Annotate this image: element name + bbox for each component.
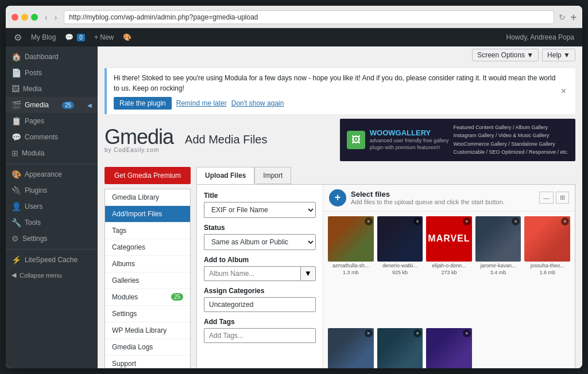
nav-item-settings[interactable]: Settings bbox=[105, 306, 190, 322]
file-remove-1[interactable]: × bbox=[413, 217, 421, 225]
forward-btn[interactable]: › bbox=[52, 11, 60, 23]
sidebar-label-modula: Modula bbox=[22, 149, 44, 157]
album-name-input[interactable] bbox=[204, 266, 300, 281]
file-item-7[interactable]: × ussama-azam... 4.4 mb bbox=[426, 328, 472, 368]
reload-btn[interactable]: ↻ bbox=[559, 13, 566, 22]
file-item-4[interactable]: × jossuha-theo... 1.6 mb bbox=[524, 216, 570, 325]
sidebar-item-dashboard[interactable]: 🏠 Dashboard bbox=[6, 49, 98, 65]
categories-input[interactable] bbox=[204, 297, 316, 312]
sidebar-collapse-menu[interactable]: ◀ Collapse menu bbox=[6, 268, 98, 282]
sidebar-label-posts: Posts bbox=[25, 69, 42, 77]
help-btn[interactable]: Help ▼ bbox=[542, 49, 575, 61]
form-group-categories: Assign Categories bbox=[204, 287, 316, 312]
file-item-6[interactable]: × judeus-samso... 3.2 mb bbox=[377, 328, 423, 368]
tags-input[interactable] bbox=[204, 328, 316, 343]
premium-btn[interactable]: Get Gmedia Premium bbox=[105, 167, 191, 184]
gmedia-logo-sub: by CodEasily.com bbox=[105, 147, 173, 153]
sidebar-label-pages: Pages bbox=[25, 117, 44, 125]
remind-later-btn[interactable]: Remind me later bbox=[176, 99, 227, 107]
file-info-0: azmathulla-sh... 1.3 mb bbox=[328, 263, 374, 276]
title-select[interactable]: EXIF or File Name bbox=[204, 202, 316, 218]
nav-item-tags[interactable]: Tags bbox=[105, 223, 190, 239]
notice-close-btn[interactable]: × bbox=[559, 86, 568, 96]
sidebar-label-users: Users bbox=[25, 202, 42, 211]
sidebar-label-settings: Settings bbox=[22, 235, 47, 243]
pages-icon: 📋 bbox=[11, 116, 21, 126]
back-btn[interactable]: ‹ bbox=[42, 11, 50, 23]
sidebar-item-appearance[interactable]: 🎨 Appearance bbox=[6, 166, 98, 182]
file-item-1[interactable]: × denerio-watki... 925 kb bbox=[377, 216, 423, 325]
new-content-item[interactable]: + New bbox=[90, 28, 118, 46]
sidebar-item-tools[interactable]: 🔧 Tools bbox=[6, 215, 98, 231]
file-remove-4[interactable]: × bbox=[561, 217, 569, 225]
album-dropdown-btn[interactable]: ▼ bbox=[300, 266, 316, 281]
woowgallery-banner[interactable]: 🖼 WOOWGALLERY advanced user friendly fre… bbox=[340, 119, 575, 161]
file-size-4: 1.6 mb bbox=[524, 270, 570, 276]
rate-plugin-btn[interactable]: Rate the plugin bbox=[114, 97, 172, 110]
sidebar-item-modula[interactable]: ⊞ Modula bbox=[6, 145, 98, 161]
sidebar-item-settings[interactable]: ⚙ Settings bbox=[6, 231, 98, 247]
file-item-3[interactable]: × jaromir-kavan... 3.4 mb bbox=[475, 216, 521, 325]
file-name-0: azmathulla-sh... bbox=[328, 263, 374, 270]
dont-show-btn[interactable]: Don't show again bbox=[231, 99, 284, 107]
nav-item-categories[interactable]: Categories bbox=[105, 239, 190, 256]
tab-import[interactable]: Import bbox=[254, 167, 291, 184]
sidebar-item-pages[interactable]: 📋 Pages bbox=[6, 113, 98, 129]
woowgallery-icon: 🖼 bbox=[347, 131, 365, 149]
file-item-2[interactable]: MARVEL × elijah-o-donn... 273 kb bbox=[426, 216, 472, 325]
file-item-0[interactable]: × azmathulla-sh... 1.3 mb bbox=[328, 216, 374, 325]
file-remove-0[interactable]: × bbox=[365, 217, 373, 225]
nav-item-galleries[interactable]: Galleries bbox=[105, 272, 190, 289]
file-item-5[interactable]: × judeus-samso... 3.2 mb bbox=[328, 328, 374, 368]
tab-upload-files[interactable]: Upload Files bbox=[196, 167, 254, 184]
file-remove-2[interactable]: × bbox=[463, 217, 471, 225]
content-area: Gmedia by CodEasily.com Add Media Files … bbox=[98, 119, 582, 368]
file-remove-5[interactable]: × bbox=[365, 329, 373, 337]
comments-item[interactable]: 💬 0 bbox=[60, 28, 90, 46]
sidebar: 🏠 Dashboard 📄 Posts 🖼 Media 🎬 Gmedia bbox=[6, 46, 98, 368]
status-select[interactable]: Same as Album or Public bbox=[204, 234, 316, 250]
file-size-3: 3.4 mb bbox=[475, 270, 521, 276]
admin-bar-right: Howdy, Andreea Popa bbox=[501, 33, 579, 41]
gallery-icon: 🖼 bbox=[351, 135, 361, 145]
sidebar-label-gmedia: Gmedia bbox=[25, 101, 49, 109]
file-info-3: jaromir-kavan... 3.4 mb bbox=[475, 263, 521, 276]
sidebar-item-comments[interactable]: 💬 Comments bbox=[6, 129, 98, 145]
nav-item-gmedia-library[interactable]: Gmedia Library bbox=[105, 189, 190, 206]
file-remove-3[interactable]: × bbox=[512, 217, 520, 225]
sidebar-item-media[interactable]: 🖼 Media bbox=[6, 81, 98, 97]
screen-options-btn[interactable]: Screen Options ▼ bbox=[472, 49, 539, 61]
nav-item-albums[interactable]: Albums bbox=[105, 256, 190, 272]
media-icon: 🖼 bbox=[11, 84, 20, 94]
customize-item[interactable]: 🎨 bbox=[118, 28, 136, 46]
nav-item-wp-media[interactable]: WP Media Library bbox=[105, 322, 190, 339]
grid-view-btn[interactable]: ⊞ bbox=[556, 192, 569, 204]
address-bar[interactable] bbox=[64, 10, 554, 24]
nav-item-modules[interactable]: Modules 25 bbox=[105, 289, 190, 306]
browser-chrome: ‹ › ↻ + bbox=[6, 6, 582, 28]
sidebar-item-posts[interactable]: 📄 Posts bbox=[6, 65, 98, 81]
my-blog-item[interactable]: My Blog bbox=[26, 28, 60, 46]
wp-logo-item[interactable]: ⚙ bbox=[9, 28, 26, 46]
nav-item-add-import[interactable]: Add/Import Files bbox=[105, 206, 190, 223]
add-files-icon[interactable]: + bbox=[329, 189, 346, 207]
sidebar-item-plugins[interactable]: 🔌 Plugins bbox=[6, 182, 98, 198]
customize-icon: 🎨 bbox=[123, 33, 131, 41]
new-tab-btn[interactable]: + bbox=[570, 11, 577, 24]
upload-tabs: Upload Files Import bbox=[196, 167, 575, 184]
file-remove-7[interactable]: × bbox=[463, 329, 471, 337]
sidebar-item-gmedia[interactable]: 🎬 Gmedia 25 ◀ bbox=[6, 97, 98, 113]
nav-item-gmedia-logs[interactable]: Gmedia Logs bbox=[105, 339, 190, 356]
sidebar-item-users[interactable]: 👤 Users bbox=[6, 198, 98, 215]
file-info-4: jossuha-theo... 1.6 mb bbox=[524, 263, 570, 276]
file-name-3: jaromir-kavan... bbox=[475, 263, 521, 270]
minimize-window-btn[interactable] bbox=[21, 14, 28, 21]
nav-item-support[interactable]: Support bbox=[105, 356, 190, 368]
collapse-view-btn[interactable]: — bbox=[539, 192, 554, 204]
sidebar-item-litespeed[interactable]: ⚡ LiteSpeed Cache bbox=[6, 252, 98, 268]
howdy-text: Howdy, Andreea Popa bbox=[501, 33, 579, 41]
modules-badge: 25 bbox=[171, 293, 183, 301]
maximize-window-btn[interactable] bbox=[31, 14, 38, 21]
close-window-btn[interactable] bbox=[11, 14, 18, 21]
file-name-2: elijah-o-donn... bbox=[426, 263, 472, 270]
